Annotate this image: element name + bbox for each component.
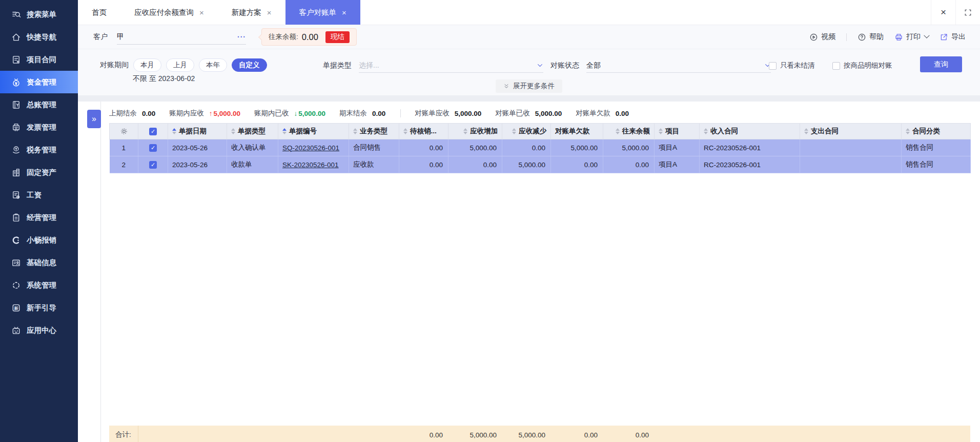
sidebar-item-quick-nav[interactable]: 快捷导航 bbox=[0, 26, 78, 48]
building-icon bbox=[11, 168, 21, 177]
expand-panel-button[interactable]: » bbox=[87, 110, 101, 128]
sidebar-item-label: 总账管理 bbox=[27, 100, 56, 110]
header-expense-contract[interactable]: 支出合同 bbox=[800, 124, 902, 139]
cell-doc-date: 2023-05-26 bbox=[168, 139, 227, 156]
sidebar-item-base-info[interactable]: 基础信息 bbox=[0, 251, 78, 274]
cell-receivable-decrease: 5,000.00 bbox=[502, 156, 551, 173]
balance-callout: 往来余额: 0.00 现结 bbox=[261, 28, 357, 46]
tab-ar-ap-balance-query[interactable]: 应收应付余额查询× bbox=[120, 0, 218, 25]
customer-input[interactable]: 甲 ··· bbox=[117, 29, 246, 45]
more-ellipsis-icon[interactable]: ··· bbox=[237, 33, 246, 41]
query-button[interactable]: 查询 bbox=[920, 56, 962, 72]
expand-more-button[interactable]: 展开更多条件 bbox=[496, 79, 562, 93]
tab-close-icon[interactable]: × bbox=[342, 9, 346, 16]
period-range[interactable]: 不限 至 2023-06-02 bbox=[133, 74, 195, 84]
header-balance[interactable]: 往来余额 bbox=[603, 124, 655, 139]
tax-icon bbox=[11, 145, 21, 155]
export-button[interactable]: 导出 bbox=[940, 32, 966, 42]
cell-expense-contract bbox=[800, 139, 902, 156]
summary-statement-due: 对账单欠款0.00 bbox=[576, 109, 629, 118]
help-button[interactable]: 帮助 bbox=[858, 32, 884, 42]
sidebar-item-payroll[interactable]: 工资 bbox=[0, 184, 78, 206]
unsettled-checkbox[interactable]: 只看未结清 bbox=[769, 61, 815, 70]
chevron-down-icon bbox=[537, 62, 543, 69]
sidebar-item-fixed-assets[interactable]: 固定资产 bbox=[0, 161, 78, 184]
section-gap bbox=[78, 95, 980, 102]
column-settings-gear-icon[interactable] bbox=[110, 124, 138, 139]
table-row[interactable]: 2 ✓ 2023-05-26 收款单 SK-20230526-001 应收款 0… bbox=[110, 156, 971, 173]
header-biz-type[interactable]: 业务类型 bbox=[349, 124, 399, 139]
sidebar-item-label: 经营管理 bbox=[27, 213, 56, 223]
cell-project: 项目A bbox=[655, 139, 700, 156]
cell-pending: 0.00 bbox=[399, 139, 448, 156]
sidebar-item-search-menu[interactable]: 搜索菜单 bbox=[0, 3, 78, 26]
header-contract-class[interactable]: 合同分类 bbox=[902, 124, 971, 139]
period-pill-this-year[interactable]: 本年 bbox=[199, 58, 227, 72]
totals-receivable-increase: 5,000.00 bbox=[448, 426, 502, 442]
doc-no-link[interactable]: SQ-20230526-001 bbox=[282, 144, 339, 152]
select-all-checkbox[interactable]: ✓ bbox=[138, 124, 168, 139]
checkbox-checked-icon: ✓ bbox=[149, 161, 157, 169]
sidebar-item-system-mgmt[interactable]: 系统管理 bbox=[0, 274, 78, 296]
divider bbox=[846, 33, 847, 41]
divider bbox=[400, 109, 401, 117]
sidebar-item-label: 项目合同 bbox=[27, 55, 56, 65]
period-pill-last-month[interactable]: 上月 bbox=[166, 58, 194, 72]
sort-icon bbox=[172, 128, 176, 134]
sidebar-item-general-ledger[interactable]: 总账管理 bbox=[0, 93, 78, 116]
sidebar-nav: 搜索菜单 快捷导航 项目合同 资金管理 总账管理 发票管理 税务管理 固定资产 … bbox=[0, 0, 78, 442]
period-pill-this-month[interactable]: 本月 bbox=[133, 58, 161, 72]
row-checkbox[interactable]: ✓ bbox=[138, 139, 168, 156]
sidebar-item-business-mgmt[interactable]: 经营管理 bbox=[0, 206, 78, 229]
by-product-checkbox[interactable]: 按商品明细对账 bbox=[832, 61, 892, 70]
header-doc-date[interactable]: 单据日期 bbox=[168, 124, 227, 139]
fullscreen-icon[interactable] bbox=[955, 0, 980, 25]
cell-project: 项目A bbox=[655, 156, 700, 173]
video-button[interactable]: 视频 bbox=[809, 32, 835, 42]
print-button[interactable]: 打印 bbox=[894, 32, 929, 42]
sidebar-item-label: 发票管理 bbox=[27, 123, 56, 132]
top-actions: 视频 帮助 打印 导出 bbox=[809, 32, 966, 42]
doc-no-link[interactable]: SK-20230526-001 bbox=[282, 161, 339, 169]
money-bag-icon bbox=[11, 77, 21, 87]
sidebar-item-project-contract[interactable]: 项目合同 bbox=[0, 48, 78, 71]
ledger-icon bbox=[11, 100, 21, 110]
sidebar-item-tax-mgmt[interactable]: 税务管理 bbox=[0, 138, 78, 161]
checkbox-icon[interactable] bbox=[832, 62, 840, 70]
totals-balance: 0.00 bbox=[603, 426, 654, 442]
checkbox-icon[interactable] bbox=[769, 62, 777, 70]
cell-statement-due: 5,000.00 bbox=[551, 139, 603, 156]
table-row[interactable]: 1 ✓ 2023-05-26 收入确认单 SQ-20230526-001 合同销… bbox=[110, 139, 971, 156]
header-receivable-decrease[interactable]: 应收减少 bbox=[502, 124, 551, 139]
close-icon[interactable]: × bbox=[931, 0, 955, 25]
sidebar-item-newbie-guide[interactable]: 新手引导 bbox=[0, 296, 78, 319]
statement-table: ✓ 单据日期 单据类型 单据编号 业务类型 待核销... 应收增加 应收减少 对… bbox=[109, 123, 971, 173]
play-circle-icon bbox=[809, 33, 818, 42]
sort-icon bbox=[231, 128, 235, 134]
header-doc-type[interactable]: 单据类型 bbox=[227, 124, 278, 139]
tab-new-scheme[interactable]: 新建方案× bbox=[218, 0, 285, 25]
period-pill-custom[interactable]: 自定义 bbox=[232, 58, 267, 72]
row-checkbox[interactable]: ✓ bbox=[138, 156, 168, 173]
header-project[interactable]: 项目 bbox=[655, 124, 700, 139]
sidebar-item-funds-mgmt[interactable]: 资金管理 bbox=[0, 71, 78, 93]
sidebar-item-app-center[interactable]: 应用中心 bbox=[0, 319, 78, 341]
tab-close-icon[interactable]: × bbox=[267, 9, 272, 16]
sidebar-item-xiaochang-expense[interactable]: 小畅报销 bbox=[0, 229, 78, 251]
totals-label: 合计: bbox=[109, 426, 138, 442]
cell-receivable-increase: 0.00 bbox=[448, 156, 502, 173]
cell-expense-contract bbox=[800, 156, 902, 173]
header-doc-no[interactable]: 单据编号 bbox=[278, 124, 349, 139]
header-pending[interactable]: 待核销... bbox=[399, 124, 448, 139]
tab-close-icon[interactable]: × bbox=[199, 9, 204, 16]
sidebar-item-invoice-mgmt[interactable]: 发票管理 bbox=[0, 116, 78, 138]
summary-bar: 上期结余0.00 账期内应收↑5,000.00 账期内已收↓5,000.00 期… bbox=[109, 106, 970, 121]
tab-home[interactable]: 首页 bbox=[78, 0, 120, 25]
sort-icon bbox=[804, 128, 808, 134]
status-select[interactable]: 全部 bbox=[586, 58, 771, 73]
header-income-contract[interactable]: 收入合同 bbox=[700, 124, 800, 139]
header-receivable-increase[interactable]: 应收增加 bbox=[448, 124, 502, 139]
doc-type-select[interactable]: 选择... bbox=[359, 58, 543, 73]
header-statement-due[interactable]: 对账单欠款 bbox=[551, 124, 603, 139]
tab-customer-statement[interactable]: 客户对账单× bbox=[285, 0, 360, 25]
